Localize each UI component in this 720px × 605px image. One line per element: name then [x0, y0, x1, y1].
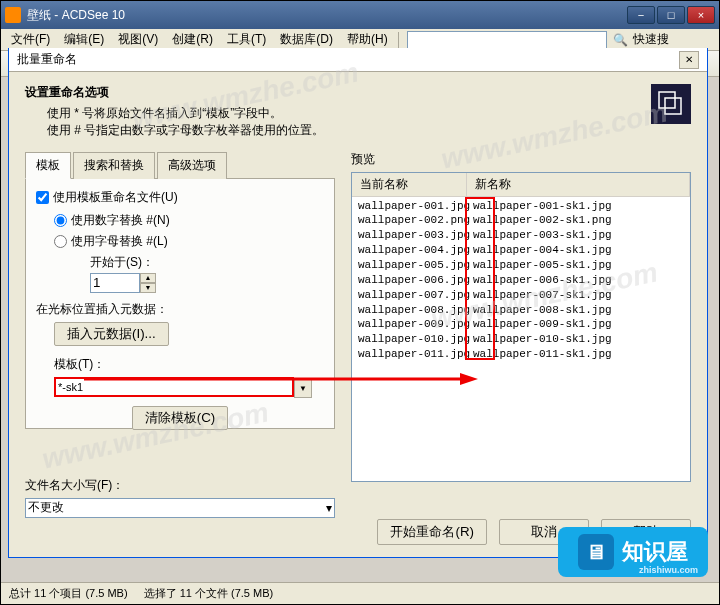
start-at-input[interactable] [90, 273, 140, 293]
insert-metadata-button[interactable]: 插入元数据(I)... [54, 322, 169, 346]
tab-content: 使用模板重命名文件(U) 使用数字替换 #(N) 使用字母替换 #(L) 开始于… [25, 179, 335, 429]
cell-current: wallpaper-008.jpg [356, 303, 471, 318]
logo-sub: zhishiwu.com [639, 565, 698, 575]
spinner-up[interactable]: ▲ [140, 273, 156, 283]
search-input[interactable] [407, 31, 607, 49]
dialog-title: 批量重命名 [17, 51, 679, 68]
preview-row[interactable]: wallpaper-003.jpgwallpaper-003-sk1.jpg [352, 228, 690, 243]
cell-new: wallpaper-009-sk1.jpg [471, 317, 686, 332]
cell-current: wallpaper-006.jpg [356, 273, 471, 288]
menu-edit[interactable]: 编辑(E) [58, 29, 110, 50]
menu-help[interactable]: 帮助(H) [341, 29, 394, 50]
cell-current: wallpaper-003.jpg [356, 228, 471, 243]
cell-current: wallpaper-007.jpg [356, 288, 471, 303]
chevron-down-icon: ▾ [326, 501, 332, 515]
use-template-label: 使用模板重命名文件(U) [53, 189, 178, 206]
template-dropdown-icon[interactable]: ▼ [294, 378, 312, 398]
use-template-checkbox[interactable] [36, 191, 49, 204]
cursor-insert-label: 在光标位置插入元数据： [36, 301, 324, 318]
svg-rect-0 [659, 92, 675, 108]
clear-template-button[interactable]: 清除模板(C) [132, 406, 229, 430]
numeric-label: 使用数字替换 #(N) [71, 212, 170, 229]
cell-current: wallpaper-009.jpg [356, 317, 471, 332]
app-icon [5, 7, 21, 23]
menu-create[interactable]: 创建(R) [166, 29, 219, 50]
menu-tools[interactable]: 工具(T) [221, 29, 272, 50]
tabs: 模板 搜索和替换 高级选项 [25, 151, 335, 179]
header-desc-1: 使用 * 号将原始文件名插入到“模板”字段中。 [25, 105, 651, 122]
header-icon [651, 84, 691, 124]
minimize-button[interactable]: − [627, 6, 655, 24]
search-icon[interactable]: 🔍 [613, 32, 629, 48]
filename-case-section: 文件名大小写(F)： 不更改 ▾ [25, 477, 335, 518]
header-title: 设置重命名选项 [25, 84, 651, 101]
status-total: 总计 11 个项目 (7.5 MB) [9, 586, 128, 601]
preview-label: 预览 [351, 151, 691, 168]
batch-rename-dialog: 批量重命名 ✕ 设置重命名选项 使用 * 号将原始文件名插入到“模板”字段中。 … [8, 48, 708, 558]
cell-new: wallpaper-003-sk1.jpg [471, 228, 686, 243]
cell-new: wallpaper-002-sk1.png [471, 213, 686, 228]
use-template-row: 使用模板重命名文件(U) [36, 189, 324, 206]
preview-header: 当前名称 新名称 [352, 173, 690, 197]
logo-badge: 🖥 知识屋 zhishiwu.com [558, 527, 708, 577]
preview-body: wallpaper-001.jpgwallpaper-001-sk1.jpgwa… [352, 197, 690, 364]
preview-row[interactable]: wallpaper-009.jpgwallpaper-009-sk1.jpg [352, 317, 690, 332]
svg-rect-1 [665, 98, 681, 114]
menu-view[interactable]: 视图(V) [112, 29, 164, 50]
tab-template[interactable]: 模板 [25, 152, 71, 179]
dialog-header: 设置重命名选项 使用 * 号将原始文件名插入到“模板”字段中。 使用 # 号指定… [9, 72, 707, 151]
start-at-label: 开始于(S)： [90, 254, 324, 271]
preview-row[interactable]: wallpaper-007.jpgwallpaper-007-sk1.jpg [352, 288, 690, 303]
cell-new: wallpaper-001-sk1.jpg [471, 199, 686, 214]
alpha-radio[interactable] [54, 235, 67, 248]
preview-row[interactable]: wallpaper-004.jpgwallpaper-004-sk1.jpg [352, 243, 690, 258]
case-select[interactable]: 不更改 ▾ [25, 498, 335, 518]
cell-new: wallpaper-010-sk1.jpg [471, 332, 686, 347]
cell-current: wallpaper-002.png [356, 213, 471, 228]
preview-row[interactable]: wallpaper-011.jpgwallpaper-011-sk1.jpg [352, 347, 690, 362]
cell-new: wallpaper-011-sk1.jpg [471, 347, 686, 362]
cell-new: wallpaper-005-sk1.jpg [471, 258, 686, 273]
template-input[interactable] [54, 377, 294, 397]
preview-row[interactable]: wallpaper-002.pngwallpaper-002-sk1.png [352, 213, 690, 228]
logo-icon: 🖥 [578, 534, 614, 570]
start-rename-button[interactable]: 开始重命名(R) [377, 519, 487, 545]
cell-new: wallpaper-004-sk1.jpg [471, 243, 686, 258]
cell-new: wallpaper-008-sk1.jpg [471, 303, 686, 318]
preview-row[interactable]: wallpaper-001.jpgwallpaper-001-sk1.jpg [352, 199, 690, 214]
tab-advanced[interactable]: 高级选项 [157, 152, 227, 179]
preview-row[interactable]: wallpaper-008.jpgwallpaper-008-sk1.jpg [352, 303, 690, 318]
dialog-titlebar: 批量重命名 ✕ [9, 48, 707, 72]
window-title: 壁纸 - ACDSee 10 [27, 7, 627, 24]
tab-search-replace[interactable]: 搜索和替换 [73, 152, 155, 179]
cell-current: wallpaper-011.jpg [356, 347, 471, 362]
cell-new: wallpaper-007-sk1.jpg [471, 288, 686, 303]
close-button[interactable]: × [687, 6, 715, 24]
preview-panel: 预览 当前名称 新名称 wallpaper-001.jpgwallpaper-0… [351, 151, 691, 491]
menu-database[interactable]: 数据库(D) [274, 29, 339, 50]
content-area: 模板 搜索和替换 高级选项 使用模板重命名文件(U) 使用数字替换 #(N) [9, 151, 707, 503]
numeric-radio[interactable] [54, 214, 67, 227]
col-new-header[interactable]: 新名称 [467, 173, 690, 196]
case-label: 文件名大小写(F)： [25, 477, 335, 494]
cell-current: wallpaper-010.jpg [356, 332, 471, 347]
preview-row[interactable]: wallpaper-010.jpgwallpaper-010-sk1.jpg [352, 332, 690, 347]
menu-divider [398, 32, 399, 48]
preview-row[interactable]: wallpaper-006.jpgwallpaper-006-sk1.jpg [352, 273, 690, 288]
header-desc-2: 使用 # 号指定由数字或字母数字枚举器使用的位置。 [25, 122, 651, 139]
statusbar: 总计 11 个项目 (7.5 MB) 选择了 11 个文件 (7.5 MB) [1, 582, 719, 604]
menu-file[interactable]: 文件(F) [5, 29, 56, 50]
cell-current: wallpaper-001.jpg [356, 199, 471, 214]
preview-box: 当前名称 新名称 wallpaper-001.jpgwallpaper-001-… [351, 172, 691, 482]
col-current-header[interactable]: 当前名称 [352, 173, 467, 196]
left-panel: 模板 搜索和替换 高级选项 使用模板重命名文件(U) 使用数字替换 #(N) [25, 151, 335, 491]
spinner-down[interactable]: ▼ [140, 283, 156, 293]
logo-text: 知识屋 [622, 537, 688, 567]
cell-current: wallpaper-004.jpg [356, 243, 471, 258]
main-titlebar: 壁纸 - ACDSee 10 − □ × [1, 1, 719, 29]
case-value: 不更改 [28, 499, 64, 516]
preview-row[interactable]: wallpaper-005.jpgwallpaper-005-sk1.jpg [352, 258, 690, 273]
maximize-button[interactable]: □ [657, 6, 685, 24]
dialog-close-button[interactable]: ✕ [679, 51, 699, 69]
cell-current: wallpaper-005.jpg [356, 258, 471, 273]
